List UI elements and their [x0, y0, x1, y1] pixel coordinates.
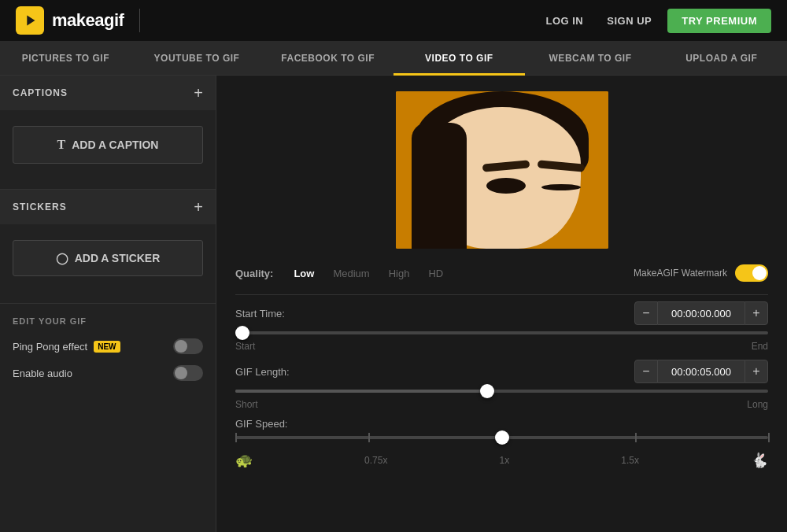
header-nav: LOG IN SIGN UP TRY PREMIUM	[538, 9, 771, 33]
ping-pong-row: Ping Pong effect NEW	[13, 338, 203, 354]
speed-15: 1.5x	[621, 455, 639, 466]
captions-section: CAPTIONS + T ADD A CAPTION	[0, 76, 216, 190]
start-time-control: − 00:00:00.000 +	[634, 301, 768, 325]
tab-upload[interactable]: UPLOAD A GIF	[656, 41, 787, 76]
enable-audio-label: Enable audio	[13, 368, 72, 379]
tick-0	[235, 433, 237, 442]
gif-length-minus[interactable]: −	[634, 360, 658, 383]
fast-speed-icon: 🐇	[751, 452, 768, 469]
signup-button[interactable]: SIGN UP	[599, 10, 660, 31]
try-premium-button[interactable]: TRY PREMIUM	[667, 9, 771, 33]
content-area: Quality: Low Medium High HD MakeAGIF Wat…	[216, 76, 787, 532]
short-label: Short	[235, 399, 258, 410]
gif-speed-track[interactable]	[235, 436, 768, 439]
slow-speed-icon: 🐢	[235, 452, 253, 469]
gif-length-control: − 00:00:05.000 +	[634, 360, 768, 383]
quality-high[interactable]: High	[379, 268, 419, 279]
start-time-labels: Start End	[235, 341, 768, 352]
gif-length-slider-container: Short Long	[235, 390, 768, 410]
start-time-label: Start Time:	[235, 308, 314, 320]
logo-divider	[139, 9, 140, 32]
tab-youtube[interactable]: YOUTUBE TO GIF	[131, 41, 263, 76]
tick-25	[368, 433, 370, 442]
start-time-display: 00:00:00.000	[658, 301, 745, 325]
enable-audio-row: Enable audio	[13, 365, 203, 381]
login-button[interactable]: LOG IN	[538, 10, 591, 31]
gif-length-track[interactable]	[235, 390, 768, 393]
watermark-area: MakeAGIF Watermark	[634, 264, 768, 282]
tick-75	[635, 433, 637, 442]
add-caption-button[interactable]: T ADD A CAPTION	[13, 126, 203, 164]
gif-length-display: 00:00:05.000	[658, 360, 745, 383]
add-sticker-plus-button[interactable]: +	[194, 199, 203, 215]
gif-length-fill	[235, 390, 486, 393]
tab-webcam[interactable]: WEBCAM TO GIF	[525, 41, 656, 76]
logo-icon	[16, 6, 44, 35]
tab-facebook[interactable]: FACEBOOK TO GIF	[262, 41, 394, 76]
sidebar: CAPTIONS + T ADD A CAPTION STICKERS + ◯ …	[0, 76, 216, 532]
stickers-content: ◯ ADD A STICKER	[0, 224, 216, 303]
logo-area: makeagif	[16, 6, 140, 35]
start-time-row: Start Time: − 00:00:00.000 +	[235, 301, 768, 325]
start-time-plus[interactable]: +	[745, 301, 768, 325]
stickers-title: STICKERS	[13, 201, 67, 212]
long-label: Long	[747, 399, 768, 410]
captions-header[interactable]: CAPTIONS +	[0, 76, 216, 110]
eye-right	[541, 184, 581, 190]
sticker-icon: ◯	[56, 252, 68, 264]
quality-label: Quality:	[235, 268, 273, 279]
gif-speed-labels: 🐢 0.75x 1x 1.5x 🐇	[235, 452, 768, 469]
gif-length-thumb[interactable]	[480, 384, 494, 398]
gif-length-label: GIF Length:	[235, 366, 314, 378]
gif-length-labels: Short Long	[235, 399, 768, 410]
captions-content: T ADD A CAPTION	[0, 110, 216, 189]
main-layout: CAPTIONS + T ADD A CAPTION STICKERS + ◯ …	[0, 76, 787, 532]
hair-left	[412, 123, 467, 249]
start-time-minus[interactable]: −	[634, 301, 658, 325]
speed-1: 1x	[499, 455, 509, 466]
video-frame	[396, 91, 608, 249]
edit-gif-title: EDIT YOUR GIF	[13, 316, 203, 326]
video-preview	[232, 91, 771, 249]
speed-075: 0.75x	[364, 455, 387, 466]
tab-pictures[interactable]: PICTURES TO GIF	[0, 41, 131, 76]
stickers-header[interactable]: STICKERS +	[0, 190, 216, 224]
start-label: Start	[235, 341, 255, 352]
tick-100	[768, 433, 770, 442]
quality-row: Quality: Low Medium High HD MakeAGIF Wat…	[235, 264, 768, 282]
controls: Quality: Low Medium High HD MakeAGIF Wat…	[232, 264, 771, 469]
end-label: End	[752, 341, 768, 352]
svg-marker-0	[27, 16, 35, 26]
quality-medium[interactable]: Medium	[323, 268, 379, 279]
new-badge: NEW	[94, 341, 120, 353]
watermark-toggle[interactable]	[735, 264, 768, 282]
eye-left	[486, 178, 526, 194]
text-icon: T	[57, 138, 66, 152]
start-time-slider-container: Start End	[235, 331, 768, 352]
ping-pong-toggle[interactable]	[173, 338, 203, 354]
gif-length-row: GIF Length: − 00:00:05.000 +	[235, 360, 768, 383]
header: makeagif LOG IN SIGN UP TRY PREMIUM	[0, 0, 787, 41]
add-caption-plus-button[interactable]: +	[194, 85, 203, 101]
tab-video[interactable]: VIDEO TO GIF	[394, 41, 525, 76]
ping-pong-label-area: Ping Pong effect NEW	[13, 341, 120, 353]
divider-1	[235, 294, 768, 295]
gif-length-plus[interactable]: +	[745, 360, 768, 383]
quality-low[interactable]: Low	[284, 268, 323, 279]
gif-speed-row: GIF Speed:	[235, 418, 768, 430]
nav-tabs: PICTURES TO GIF YOUTUBE TO GIF FACEBOOK …	[0, 41, 787, 76]
start-time-track[interactable]	[235, 331, 768, 334]
add-sticker-button[interactable]: ◯ ADD A STICKER	[13, 240, 203, 276]
enable-audio-toggle[interactable]	[173, 365, 203, 381]
watermark-label: MakeAGIF Watermark	[634, 268, 727, 279]
captions-title: CAPTIONS	[13, 87, 68, 98]
edit-gif-section: EDIT YOUR GIF Ping Pong effect NEW Enabl…	[0, 304, 216, 405]
gif-speed-label: GIF Speed:	[235, 418, 314, 430]
start-time-thumb[interactable]	[235, 326, 249, 340]
quality-hd[interactable]: HD	[419, 268, 453, 279]
stickers-section: STICKERS + ◯ ADD A STICKER	[0, 190, 216, 304]
gif-speed-slider-container: 🐢 0.75x 1x 1.5x 🐇	[235, 436, 768, 469]
gif-speed-thumb[interactable]	[495, 430, 509, 445]
logo-text: makeagif	[52, 10, 124, 31]
